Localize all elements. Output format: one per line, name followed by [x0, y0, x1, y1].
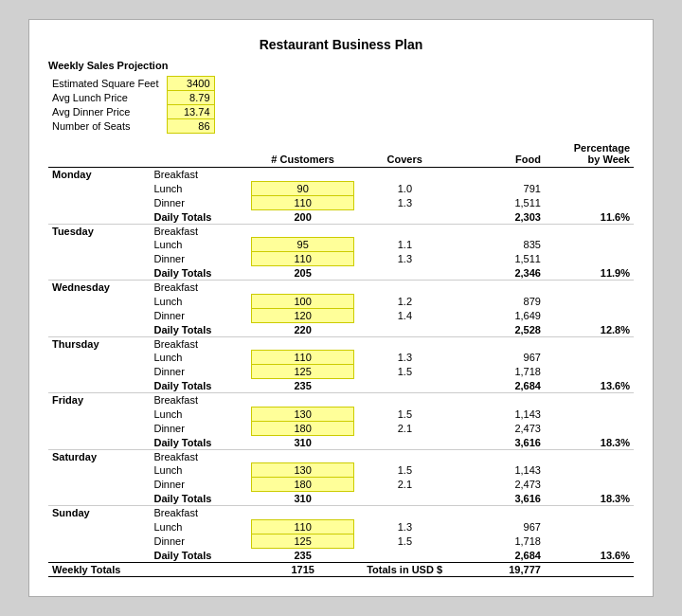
covers-value	[353, 209, 455, 224]
param-row: Avg Lunch Price 8.79	[48, 91, 214, 105]
meal-label: Lunch	[150, 351, 251, 365]
food-value: 2,303	[456, 209, 545, 224]
meal-label: Breakfast	[150, 506, 251, 520]
day-label: Thursday	[48, 336, 150, 393]
food-value: 1,143	[456, 463, 545, 478]
spreadsheet: Restaurant Business Plan Weekly Sales Pr…	[28, 19, 654, 597]
covers-value	[353, 322, 455, 336]
food-value: 2,473	[456, 421, 545, 435]
food-value: 3,616	[456, 435, 545, 449]
meal-customers: 110	[252, 252, 353, 266]
covers-value: 1.3	[353, 195, 455, 209]
food-value: 879	[456, 294, 545, 308]
meal-label: Dinner	[150, 252, 251, 266]
meal-label: Lunch	[150, 238, 251, 252]
food-value: 1,511	[456, 252, 545, 266]
food-value: 1,718	[456, 534, 545, 548]
meal-customers	[252, 336, 353, 351]
meal-label: Breakfast	[150, 168, 251, 182]
covers-value	[353, 281, 455, 295]
day-label: Saturday	[48, 449, 150, 506]
meal-label: Breakfast	[150, 281, 251, 295]
meal-customers: 130	[252, 463, 353, 478]
param-value: 13.74	[167, 105, 214, 119]
meal-customers: 110	[252, 351, 353, 365]
meal-label: Breakfast	[150, 449, 251, 463]
total-customers: 310	[252, 435, 353, 449]
food-value	[456, 281, 545, 295]
param-row: Estimated Square Feet 3400	[48, 77, 214, 91]
params-table: Estimated Square Feet 3400 Avg Lunch Pri…	[48, 76, 215, 134]
covers-value	[353, 336, 455, 351]
meal-label: Breakfast	[150, 224, 251, 238]
covers-value	[353, 266, 455, 281]
covers-value: 1.5	[353, 365, 455, 379]
param-label: Number of Seats	[48, 119, 167, 134]
meal-customers: 110	[252, 519, 353, 534]
meal-customers: 90	[252, 181, 353, 195]
weekly-totals-label: Weekly Totals	[48, 562, 150, 576]
customers-header: # Customers	[252, 141, 353, 168]
meal-label: Dinner	[150, 308, 251, 322]
weekly-totals-row: Weekly Totals 1715 Totals in USD $ 19,77…	[48, 562, 634, 576]
total-customers: 235	[252, 548, 353, 562]
meal-customers: 125	[252, 534, 353, 548]
food-value: 2,346	[456, 266, 545, 281]
meal-customers: 120	[252, 308, 353, 322]
day-label: Tuesday	[48, 224, 150, 281]
food-value: 1,511	[456, 195, 545, 209]
food-value	[456, 336, 545, 351]
food-value: 2,684	[456, 379, 545, 393]
covers-value: 1.1	[353, 238, 455, 252]
pct-value: 12.8%	[545, 322, 634, 336]
param-value: 8.79	[167, 91, 214, 105]
table-header: # Customers Covers Food Percentage by We…	[48, 141, 634, 168]
meal-label: Lunch	[150, 463, 251, 478]
covers-value: 1.5	[353, 534, 455, 548]
food-value	[456, 449, 545, 463]
param-row: Avg Dinner Price 13.74	[48, 105, 214, 119]
param-label: Estimated Square Feet	[48, 77, 167, 91]
page-title: Restaurant Business Plan	[48, 37, 634, 52]
meal-label: Lunch	[150, 407, 251, 421]
param-label: Avg Lunch Price	[48, 91, 167, 105]
covers-value: 2.1	[353, 421, 455, 435]
meal-label: Lunch	[150, 294, 251, 308]
day-label: Friday	[48, 393, 150, 450]
meal-label: Dinner	[150, 534, 251, 548]
total-customers: 220	[252, 322, 353, 336]
weekly-customers: 1715	[252, 562, 353, 576]
covers-value	[353, 506, 455, 520]
covers-value: 1.3	[353, 351, 455, 365]
pct-header: Percentage by Week	[545, 141, 634, 168]
food-value	[456, 168, 545, 182]
covers-value	[353, 435, 455, 449]
param-value: 86	[167, 119, 214, 134]
meal-customers	[252, 393, 353, 408]
meal-label: Daily Totals	[150, 379, 251, 393]
food-value: 3,616	[456, 492, 545, 506]
meal-label: Daily Totals	[150, 209, 251, 224]
food-value: 1,143	[456, 407, 545, 421]
meal-customers: 125	[252, 365, 353, 379]
meal-label: Dinner	[150, 195, 251, 209]
covers-value	[353, 548, 455, 562]
meal-label: Daily Totals	[150, 492, 251, 506]
covers-value: 1.0	[353, 181, 455, 195]
param-label: Avg Dinner Price	[48, 105, 167, 119]
meal-label: Daily Totals	[150, 266, 251, 281]
meal-customers: 100	[252, 294, 353, 308]
meal-customers: 180	[252, 478, 353, 492]
covers-value	[353, 449, 455, 463]
pct-value: 13.6%	[545, 379, 634, 393]
covers-value: 1.3	[353, 252, 455, 266]
food-value: 791	[456, 181, 545, 195]
food-value: 2,473	[456, 478, 545, 492]
day-label: Sunday	[48, 506, 150, 563]
covers-value	[353, 224, 455, 238]
meal-label: Dinner	[150, 421, 251, 435]
param-value: 3400	[167, 77, 214, 91]
food-value	[456, 506, 545, 520]
covers-value	[353, 379, 455, 393]
covers-value	[353, 492, 455, 506]
